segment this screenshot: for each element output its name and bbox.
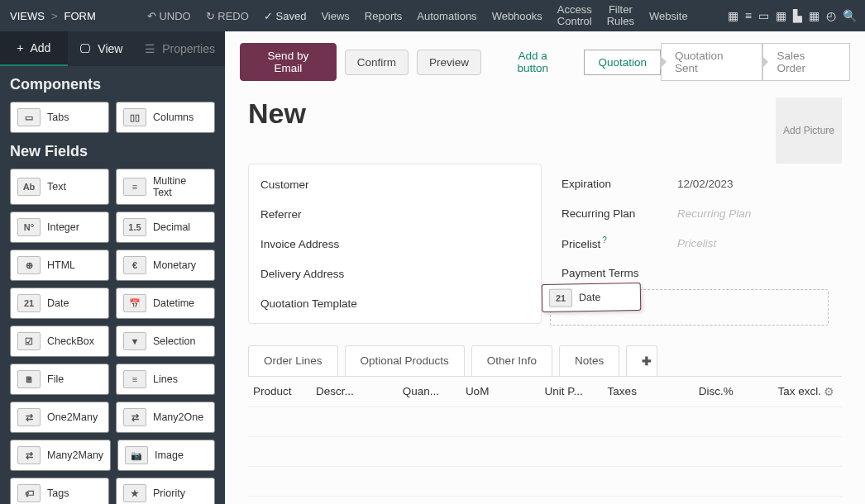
field-lines[interactable]: ≡Lines [116,364,215,395]
field-label: File [47,373,64,385]
status-sent[interactable]: Quotation Sent [661,43,763,81]
many2one-icon: ⇄ [123,408,146,426]
field-label: Lines [153,373,178,385]
field-integer[interactable]: N°Integer [10,212,109,243]
value-expiration[interactable]: 12/02/2023 [677,178,734,190]
field-selection[interactable]: ▼Selection [116,326,215,357]
list-view-icon[interactable]: ≡ [745,9,752,22]
field-tags[interactable]: 🏷Tags [10,478,109,504]
empty-table [248,407,842,498]
status-bar: Quotation Quotation Sent Sales Order [584,43,850,81]
field-many2one[interactable]: ⇄Many2One [116,402,215,433]
tab-optional[interactable]: Optional Products [345,345,465,376]
nav-filter-rules[interactable]: FilterRules [607,4,634,28]
columns-icon: ▯▯ [123,108,146,126]
plus-icon: + [17,41,23,55]
label-pricelist: Pricelist? [562,235,677,250]
date-icon: 21 [549,288,572,307]
sidebar: +Add 🖵View ☰Properties Components ▭Tabs … [0,31,225,504]
field-text[interactable]: AbText [10,169,109,205]
col-excl[interactable]: Tax excl. [758,385,821,398]
view-switcher: ▦ ≡ ▭ ▦ ▙ ▦ ◴ 🔍 [728,9,865,22]
nav-website[interactable]: Website [649,10,688,22]
add-picture[interactable]: Add Picture [776,97,842,164]
undo-button[interactable]: ↶ UNDO [147,10,191,22]
nav-automations[interactable]: Automations [417,10,476,22]
chart-view-icon[interactable]: ▙ [793,9,802,22]
dragged-field-date[interactable]: 21Date [542,283,642,312]
value-recurring[interactable]: Recurring Plan [677,207,751,220]
image-icon: 📷 [125,446,148,464]
field-multiline[interactable]: ≡Multine Text [116,169,215,205]
sidebar-tab-properties[interactable]: ☰Properties [135,31,225,66]
field-html[interactable]: ⊕HTML [10,250,109,281]
components-title: Components [10,76,215,93]
nav-views[interactable]: Views [321,10,349,22]
col-price[interactable]: Unit P... [545,385,608,398]
nav-webhooks[interactable]: Webhooks [492,10,542,22]
status-order[interactable]: Sales Order [762,43,850,81]
field-datetime[interactable]: 📅Datetime [116,288,215,319]
integer-icon: N° [17,218,41,236]
sidebar-tab-view[interactable]: 🖵View [68,31,136,66]
col-desc[interactable]: Descr... [316,385,403,398]
field-checkbox[interactable]: ☑CheckBox [10,326,109,357]
form-view-icon[interactable]: ▭ [758,9,769,22]
field-image[interactable]: 📷Image [117,440,215,471]
sidebar-tab-add[interactable]: +Add [0,31,68,66]
tab-notes[interactable]: Notes [559,345,619,376]
field-priority[interactable]: ★Priority [116,478,215,504]
field-label: Datetime [153,297,194,309]
status-quotation[interactable]: Quotation [584,50,661,75]
component-tabs[interactable]: ▭Tabs [10,102,109,133]
pivot-view-icon[interactable]: ▦ [809,9,820,22]
left-fields: Customer Referrer Invoice Address Delive… [248,164,542,324]
field-one2many[interactable]: ⇄One2Many [10,402,109,433]
add-button-link[interactable]: Add a button [490,44,576,80]
tags-icon: 🏷 [17,484,41,502]
search-icon[interactable]: 🔍 [843,9,857,22]
field-many2many[interactable]: ⇄Many2Many [10,440,111,471]
tab-other[interactable]: Other Info [471,345,552,376]
col-qty[interactable]: Quan... [403,385,466,398]
tabs-bar: Order Lines Optional Products Other Info… [248,345,842,377]
confirm-button[interactable]: Confirm [345,50,409,75]
label-template: Quotation Template [260,297,376,310]
field-label: CheckBox [47,335,94,347]
page-title: New [248,97,306,149]
nav-access-control[interactable]: AccessControl [557,4,592,28]
calendar-view-icon[interactable]: ▦ [776,9,786,22]
col-disc[interactable]: Disc.% [671,385,734,398]
col-product[interactable]: Product [253,385,316,398]
card-view-icon[interactable]: ▦ [728,9,738,22]
lines-icon: ≡ [123,370,146,388]
field-label: Decimal [153,221,190,233]
preview-button[interactable]: Preview [417,50,481,75]
help-icon[interactable]: ? [602,235,607,245]
field-decimal[interactable]: 1.5Decimal [116,212,215,243]
breadcrumb-views[interactable]: VIEWS [10,10,45,22]
field-label: Text [47,181,66,193]
field-label: Multine Text [153,175,208,198]
tab-add[interactable]: ✚ [626,345,657,376]
field-label: Tags [47,487,69,499]
breadcrumb-form[interactable]: FORM [65,10,96,22]
clock-icon[interactable]: ◴ [826,9,836,22]
field-file[interactable]: 🗎File [10,364,109,395]
component-columns[interactable]: ▯▯Columns [116,102,215,133]
field-monetary[interactable]: €Monetary [116,250,215,281]
value-pricelist[interactable]: Pricelist [677,237,716,250]
label-payment: Payment Terms [562,267,677,279]
settings-icon[interactable]: ⚙ [821,385,837,398]
field-label: Priority [153,487,185,499]
field-date[interactable]: 21Date [10,288,109,319]
tab-orderlines[interactable]: Order Lines [248,345,338,376]
nav-reports[interactable]: Reports [365,10,403,22]
send-email-button[interactable]: Send by Email [240,43,337,81]
field-label: One2Many [47,411,98,423]
col-uom[interactable]: UoM [466,385,537,398]
redo-button[interactable]: ↻ REDO [206,10,249,22]
multiline-icon: ≡ [123,178,146,196]
field-label: Date [47,297,69,309]
col-taxes[interactable]: Taxes [608,385,671,398]
